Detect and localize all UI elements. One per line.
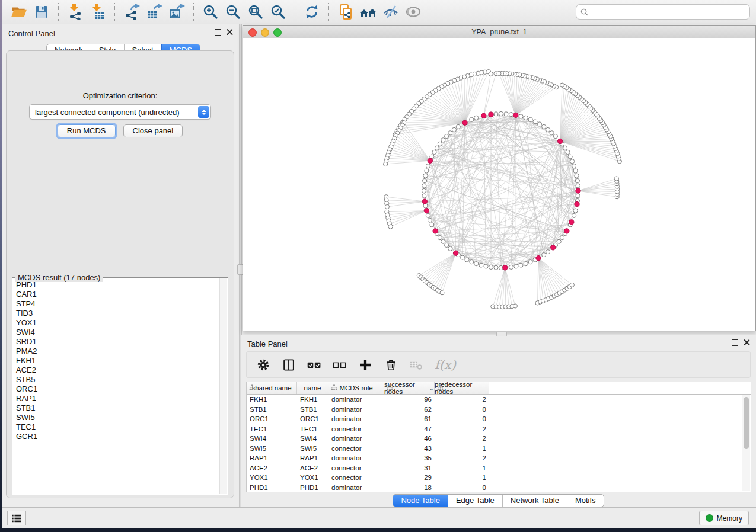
delete-column-button[interactable] (382, 357, 399, 373)
ring-node[interactable] (474, 116, 479, 120)
ring-node[interactable] (456, 124, 460, 129)
close-panel-icon[interactable] (227, 29, 233, 36)
ring-node[interactable] (575, 178, 579, 182)
mcds-result-item[interactable]: PMA2 (13, 347, 220, 356)
ring-node[interactable] (445, 134, 449, 139)
ring-node[interactable] (553, 134, 557, 139)
ring-node[interactable] (448, 131, 452, 135)
task-history-button[interactable] (7, 511, 26, 525)
mcds-result-item[interactable]: SRD1 (13, 337, 220, 347)
column-header-shared-name[interactable]: shared name (247, 382, 297, 394)
zoom-out-button[interactable] (222, 2, 244, 22)
ring-node[interactable] (576, 184, 580, 188)
leaf-node[interactable] (384, 162, 388, 166)
ring-node[interactable] (460, 255, 464, 259)
ring-node[interactable] (572, 164, 576, 168)
mcds-result-list[interactable]: PHD1CAR1STP4TID3YOX1SWI4SRD1PMA2FKH1ACE2… (13, 280, 220, 494)
table-row[interactable]: SWI4SWI4dominator462 (247, 434, 751, 444)
leaf-node[interactable] (388, 225, 393, 229)
mcds-result-item[interactable]: ORC1 (13, 384, 220, 394)
ring-node[interactable] (514, 264, 518, 268)
float-panel-icon[interactable] (732, 339, 738, 346)
tab-edge-table[interactable]: Edge Table (448, 495, 502, 507)
mcds-hub-node[interactable] (422, 199, 427, 204)
ring-node[interactable] (430, 223, 434, 227)
ring-node[interactable] (563, 146, 567, 150)
two-houses-button[interactable] (357, 2, 379, 22)
ring-node[interactable] (528, 260, 532, 264)
export-image-button[interactable] (165, 2, 188, 22)
ring-node[interactable] (426, 164, 430, 168)
optimization-criterion-dropdown[interactable]: largest connected component (undirected) (29, 104, 211, 120)
mcds-result-item[interactable]: PHD1 (13, 280, 220, 290)
mcds-hub-node[interactable] (428, 158, 432, 163)
ring-node[interactable] (542, 124, 546, 129)
leaf-node[interactable] (440, 291, 444, 295)
select-all-button[interactable] (306, 357, 323, 373)
mcds-hub-node[interactable] (576, 188, 580, 193)
mcds-result-item[interactable]: SWI4 (13, 328, 220, 337)
table-row[interactable]: FKH1FKH1dominator962 (247, 395, 751, 405)
mcds-hub-node[interactable] (551, 245, 556, 250)
ring-node[interactable] (489, 265, 493, 269)
table-row[interactable]: RAP1RAP1dominator352 (247, 453, 751, 463)
ring-node[interactable] (426, 213, 430, 217)
ring-node[interactable] (566, 150, 570, 154)
zoom-fit-button[interactable] (244, 2, 267, 22)
network-canvas[interactable] (243, 38, 755, 331)
delete-table-button[interactable] (408, 357, 425, 373)
import-table-button[interactable] (87, 2, 109, 22)
ring-node[interactable] (484, 264, 488, 268)
ring-node[interactable] (524, 116, 528, 120)
save-session-button[interactable] (30, 2, 53, 22)
leaf-node[interactable] (570, 283, 574, 287)
ring-node[interactable] (494, 265, 498, 270)
mcds-hub-node[interactable] (536, 256, 541, 261)
ring-node[interactable] (422, 184, 426, 188)
column-header-MCDS-role[interactable]: MCDS role (328, 382, 384, 394)
ring-node[interactable] (533, 120, 537, 124)
ring-node[interactable] (537, 122, 541, 126)
table-row[interactable]: SWI5SWI5connector431 (247, 444, 751, 454)
ring-node[interactable] (448, 246, 452, 251)
ring-node[interactable] (470, 260, 474, 264)
ring-node[interactable] (509, 113, 513, 117)
table-row[interactable]: ACE2ACE2connector311 (247, 463, 751, 473)
zoom-in-button[interactable] (199, 2, 222, 22)
tab-node-table[interactable]: Node Table (393, 495, 448, 507)
ring-node[interactable] (432, 150, 436, 154)
mcds-result-item[interactable]: STB5 (13, 375, 220, 384)
ring-node[interactable] (428, 218, 432, 222)
mcds-hub-node[interactable] (564, 229, 569, 233)
table-row[interactable]: ORC1ORC1dominator610 (247, 414, 751, 424)
table-row[interactable]: STB1STB1dominator620 (247, 405, 751, 415)
run-mcds-button[interactable]: Run MCDS (58, 124, 116, 137)
ring-node[interactable] (441, 239, 445, 243)
ring-node[interactable] (568, 155, 572, 159)
mcds-hub-node[interactable] (575, 201, 579, 206)
ring-node[interactable] (422, 188, 426, 193)
tab-network-table[interactable]: Network Table (502, 495, 567, 507)
leaf-node[interactable] (489, 72, 493, 76)
search-input[interactable] (591, 7, 745, 17)
memory-button[interactable]: Memory (699, 511, 749, 525)
ring-node[interactable] (479, 263, 483, 267)
mcds-result-item[interactable]: ACE2 (13, 366, 220, 375)
table-row[interactable]: YOX1YOX1connector291 (247, 473, 751, 483)
ring-node[interactable] (550, 131, 554, 135)
clone-network-button[interactable] (334, 2, 357, 22)
mcds-result-item[interactable]: TEC1 (13, 422, 220, 432)
ring-node[interactable] (573, 169, 578, 173)
ring-node[interactable] (470, 117, 474, 121)
mcds-hub-node[interactable] (513, 113, 518, 117)
ring-node[interactable] (465, 258, 469, 262)
ring-node[interactable] (524, 262, 528, 266)
mcds-hub-node[interactable] (481, 113, 486, 118)
ring-node[interactable] (445, 243, 449, 247)
ring-node[interactable] (452, 127, 456, 132)
ring-node[interactable] (423, 204, 428, 208)
table-scrollbar[interactable] (742, 395, 750, 491)
mcds-hub-node[interactable] (462, 120, 467, 125)
ring-node[interactable] (425, 169, 429, 173)
mcds-result-item[interactable]: GCR1 (13, 432, 220, 441)
